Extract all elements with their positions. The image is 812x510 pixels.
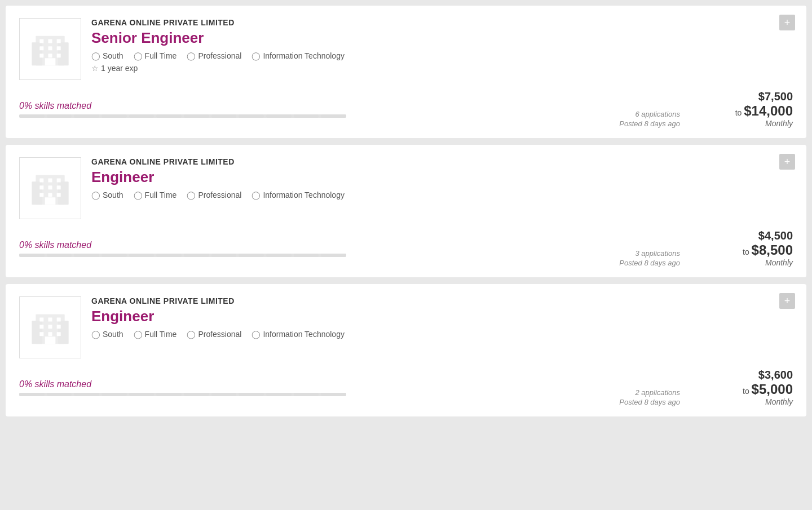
job-info: GARENA ONLINE PRIVATE LIMITED Engineer ◯…	[91, 296, 793, 342]
svg-rect-20	[48, 185, 52, 189]
progress-segment	[19, 114, 45, 118]
salary-period: Monthly	[703, 119, 793, 128]
salary-info: $7,500 to $14,000 Monthly	[703, 90, 793, 128]
company-logo	[19, 18, 81, 80]
job-title: Senior Engineer	[91, 29, 793, 47]
progress-segment	[129, 254, 155, 257]
progress-segment	[321, 393, 346, 396]
company-name: GARENA ONLINE PRIVATE LIMITED	[91, 18, 793, 27]
location-text: South	[103, 190, 123, 199]
progress-segment	[19, 393, 45, 396]
job-stats: 3 applications Posted 8 days ago $4,500 …	[619, 229, 793, 267]
progress-segment	[47, 393, 72, 396]
company-name: GARENA ONLINE PRIVATE LIMITED	[91, 296, 793, 305]
job-info: GARENA ONLINE PRIVATE LIMITED Senior Eng…	[91, 18, 793, 73]
location-icon: ◯	[91, 330, 100, 339]
progress-segment	[102, 254, 127, 257]
employment-type-item: ◯ Full Time	[134, 330, 177, 339]
progress-segment	[74, 114, 99, 118]
industry-item: ◯ Information Technology	[251, 51, 345, 60]
job-stats: 2 applications Posted 8 days ago $3,600 …	[619, 369, 793, 406]
job-meta: ◯ South ◯ Full Time ◯ Professional ◯	[91, 190, 793, 199]
job-card[interactable]: + GARENA ONLINE PRIVATE LIMITED	[6, 145, 806, 277]
svg-rect-31	[57, 318, 61, 322]
industry-text: Information Technology	[263, 51, 345, 60]
add-job-button[interactable]: +	[779, 293, 795, 309]
salary-to: $5,000	[752, 382, 793, 397]
location-item: ◯ South	[91, 51, 123, 60]
svg-rect-5	[57, 39, 61, 43]
employment-type-item: ◯ Full Time	[134, 51, 177, 60]
svg-rect-33	[48, 325, 52, 329]
salary-period: Monthly	[703, 258, 793, 267]
seniority-icon: ◯	[187, 51, 196, 60]
svg-rect-12	[45, 58, 56, 65]
company-logo	[19, 157, 81, 219]
svg-rect-29	[39, 318, 43, 322]
skills-section: 0% skills matched	[19, 379, 619, 396]
seniority-text: Professional	[198, 190, 241, 199]
company-logo	[19, 296, 81, 358]
job-title: Engineer	[91, 308, 793, 325]
progress-segment	[47, 114, 72, 118]
svg-rect-8	[57, 46, 61, 50]
svg-rect-24	[57, 193, 61, 197]
applications-count: 2 applications	[619, 388, 680, 397]
skills-section: 0% skills matched	[19, 101, 619, 118]
industry-icon: ◯	[251, 51, 261, 60]
salary-to: $14,000	[744, 103, 793, 118]
clock-icon: ◯	[134, 190, 143, 199]
location-text: South	[103, 330, 123, 339]
industry-item: ◯ Information Technology	[251, 190, 345, 199]
salary-to-label: to	[735, 108, 744, 117]
job-card[interactable]: + GARENA ONLINE PRIVATE LIMITED	[6, 284, 806, 416]
progress-segment	[211, 393, 237, 396]
svg-rect-32	[39, 325, 43, 329]
job-card[interactable]: + GARENA ONLINE PRIVATE LIMITED	[6, 6, 806, 138]
salary-info: $3,600 to $5,000 Monthly	[703, 369, 793, 406]
progress-bar-area	[19, 254, 619, 257]
employment-type-text: Full Time	[145, 190, 177, 199]
progress-segment	[211, 114, 237, 118]
svg-rect-4	[48, 39, 52, 43]
skills-section: 0% skills matched	[19, 240, 619, 257]
progress-segment	[156, 393, 182, 396]
add-job-button[interactable]: +	[779, 154, 795, 170]
progress-segment	[239, 393, 264, 396]
salary-from: $7,500	[758, 90, 793, 103]
progress-segment	[294, 393, 319, 396]
salary-to: $8,500	[752, 242, 793, 258]
progress-segment	[19, 254, 45, 257]
progress-segment	[129, 393, 155, 396]
svg-rect-38	[45, 336, 56, 344]
experience-item: ☆ 1 year exp	[91, 64, 793, 73]
progress-segment	[129, 114, 155, 118]
skills-matched-text: 0% skills matched	[19, 101, 619, 111]
salary-info: $4,500 to $8,500 Monthly	[703, 229, 793, 267]
industry-icon: ◯	[251, 330, 261, 339]
svg-rect-21	[57, 185, 61, 189]
progress-segment	[74, 393, 99, 396]
applications-info: 6 applications Posted 8 days ago	[619, 110, 680, 128]
skills-matched-text: 0% skills matched	[19, 240, 619, 250]
employment-type-text: Full Time	[145, 51, 177, 60]
applications-info: 2 applications Posted 8 days ago	[619, 388, 680, 406]
progress-segment	[184, 114, 209, 118]
svg-rect-25	[45, 197, 56, 205]
progress-segment	[156, 114, 182, 118]
progress-bar	[19, 114, 346, 118]
add-job-button[interactable]: +	[779, 15, 795, 30]
progress-segment	[321, 114, 346, 118]
svg-rect-23	[48, 193, 52, 197]
progress-segment	[184, 254, 209, 257]
industry-text: Information Technology	[263, 330, 345, 339]
progress-bar-area	[19, 393, 619, 396]
salary-from: $4,500	[758, 229, 793, 242]
seniority-text: Professional	[198, 51, 241, 60]
clock-icon: ◯	[134, 51, 143, 60]
progress-segment	[156, 254, 182, 257]
star-icon: ☆	[91, 64, 99, 73]
progress-segment	[266, 114, 292, 118]
progress-bar	[19, 393, 346, 396]
salary-to-label: to	[743, 247, 752, 256]
